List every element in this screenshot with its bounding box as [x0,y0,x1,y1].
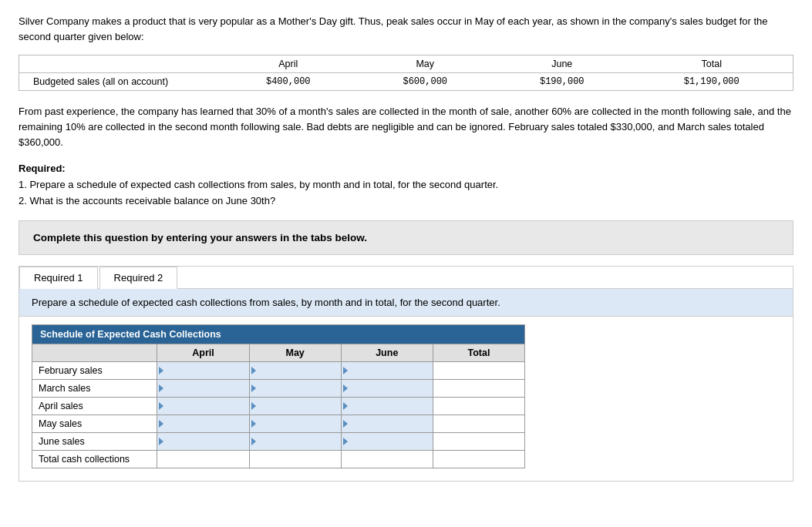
schedule-row2-may[interactable] [249,397,341,415]
schedule-row2-april[interactable] [157,397,249,415]
schedule-row3-total[interactable] [433,415,524,432]
input-indicator-icon [343,438,348,445]
budget-may-value: $600,000 [357,73,494,91]
col-header-empty [32,344,157,361]
schedule-row0-april[interactable] [157,361,249,379]
budget-row-label: Budgeted sales (all on account) [19,73,220,91]
input-indicator-icon [251,420,256,428]
schedule-title: Schedule of Expected Cash Collections [32,324,525,344]
schedule-row-label: Total cash collections [32,450,157,468]
schedule-row0-may[interactable] [249,361,341,379]
schedule-row4-june[interactable] [341,432,433,450]
schedule-row5-total[interactable] [433,450,524,468]
input-indicator-icon [251,402,256,410]
schedule-row3-april[interactable] [157,415,249,432]
col-header-total: Total [433,344,524,361]
input-indicator-icon [251,384,256,392]
schedule-row4-april[interactable] [157,432,249,450]
schedule-row-label: June sales [32,432,157,450]
budget-col-april: April [220,55,357,73]
input-indicator-icon [159,367,163,374]
budget-col-total: Total [631,55,793,73]
schedule-row-label: April sales [32,397,157,415]
schedule-row0-june[interactable] [341,361,433,379]
input-indicator-icon [159,438,163,445]
required-item2: 2. What is the accounts receivable balan… [19,193,793,210]
schedule-total-april[interactable] [157,450,249,468]
complete-box: Complete this question by entering your … [19,220,793,255]
schedule-row1-may[interactable] [249,379,341,397]
schedule-section: Schedule of Expected Cash Collections Ap… [19,317,793,481]
tabs-container: Required 1 Required 2 Prepare a schedule… [19,266,793,482]
schedule-row-label: March sales [32,379,157,397]
input-indicator-icon [159,384,163,392]
schedule-table: Schedule of Expected Cash Collections Ap… [32,324,525,468]
budget-col-june: June [494,55,631,73]
tab-required1[interactable]: Required 1 [19,267,98,289]
budget-april-value: $400,000 [220,73,357,91]
experience-paragraph: From past experience, the company has le… [19,104,793,150]
schedule-row0-total[interactable] [433,361,524,379]
input-indicator-icon [343,420,348,428]
budget-table: April May June Total Budgeted sales (all… [19,55,793,90]
schedule-row1-june[interactable] [341,379,433,397]
input-indicator-icon [251,367,256,374]
input-indicator-icon [343,367,348,374]
schedule-row2-june[interactable] [341,397,433,415]
col-header-april: April [157,344,249,361]
schedule-row-label: February sales [32,361,157,379]
tabs-header: Required 1 Required 2 [19,267,793,289]
budget-total-value: $1,190,000 [631,73,793,91]
schedule-row3-june[interactable] [341,415,433,432]
col-header-june: June [341,344,433,361]
input-indicator-icon [251,438,256,445]
required-title: Required: [19,163,66,174]
budget-table-wrapper: April May June Total Budgeted sales (all… [19,55,793,91]
schedule-row1-april[interactable] [157,379,249,397]
schedule-row4-total[interactable] [433,432,524,450]
input-indicator-icon [159,420,163,428]
schedule-total-may[interactable] [249,450,341,468]
input-indicator-icon [343,384,348,392]
schedule-row2-total[interactable] [433,397,524,415]
schedule-total-june[interactable] [341,450,433,468]
input-indicator-icon [159,402,163,410]
schedule-row1-total[interactable] [433,379,524,397]
required-item1: 1. Prepare a schedule of expected cash c… [19,177,793,193]
schedule-row4-may[interactable] [249,432,341,450]
tab-content-description: Prepare a schedule of expected cash coll… [19,289,793,317]
tab-required2[interactable]: Required 2 [99,267,178,289]
budget-col-may: May [357,55,494,73]
intro-paragraph: Silver Company makes a product that is v… [19,14,793,44]
schedule-row3-may[interactable] [249,415,341,432]
col-header-may: May [249,344,341,361]
input-indicator-icon [343,402,348,410]
budget-june-value: $190,000 [494,73,631,91]
required-section: Required: 1. Prepare a schedule of expec… [19,161,793,209]
schedule-row-label: May sales [32,415,157,432]
